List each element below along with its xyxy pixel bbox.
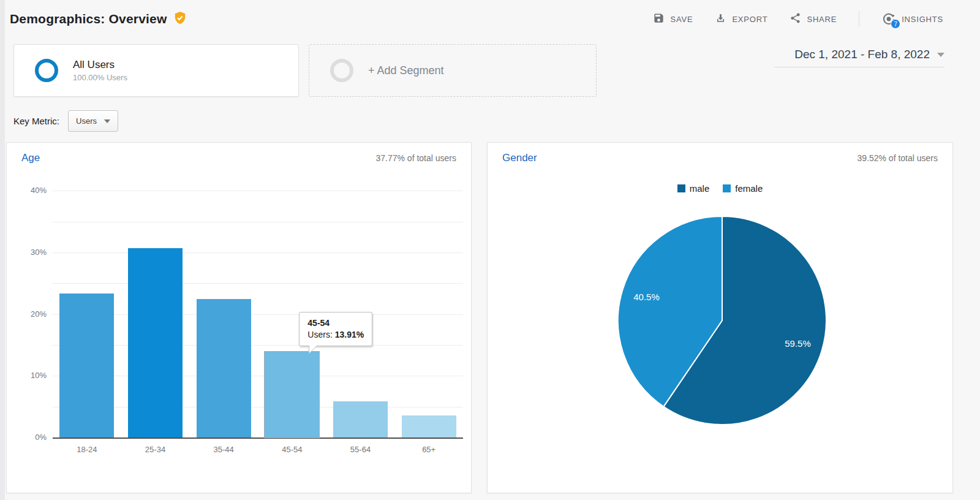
insights-icon: 7 — [881, 12, 896, 26]
insights-button[interactable]: 7 INSIGHTS — [881, 12, 943, 26]
chevron-down-icon — [937, 53, 944, 57]
legend-swatch — [723, 184, 731, 192]
tooltip-title: 45-54 — [307, 318, 364, 328]
gender-panel: Gender 39.52% of total users malefemale5… — [487, 142, 953, 493]
age-panel: Age 37.77% of total users 0%10%20%30%40%… — [6, 142, 472, 493]
legend-swatch — [677, 184, 685, 192]
x-axis-label: 55-64 — [326, 445, 395, 454]
age-bar-55-64[interactable] — [333, 401, 388, 438]
share-icon — [790, 12, 801, 26]
legend-label: male — [690, 183, 710, 194]
age-bar-45-54[interactable] — [265, 352, 319, 438]
legend-label: female — [735, 183, 763, 194]
legend-item-male[interactable]: male — [677, 183, 710, 194]
age-bar-35-44[interactable] — [197, 299, 251, 438]
key-metric-dropdown[interactable]: Users — [68, 110, 118, 132]
add-segment-ring-icon — [330, 59, 353, 82]
report-header: Demographics: Overview SAVE EXPORT SHARE — [5, 0, 980, 38]
age-bar-18-24[interactable] — [59, 294, 114, 438]
pie-legend: malefemale — [488, 183, 952, 194]
tooltip-value: Users: 13.91% — [307, 330, 364, 339]
segment-ring-icon — [35, 59, 58, 82]
y-axis-label: 30% — [11, 248, 47, 257]
y-axis-label: 0% — [11, 433, 47, 442]
key-metric-label: Key Metric: — [13, 116, 59, 126]
y-axis-label: 10% — [11, 371, 47, 380]
toolbar-divider — [859, 11, 859, 27]
add-segment-button[interactable]: + Add Segment — [309, 44, 597, 97]
age-bar-chart: 0%10%20%30%40%18-2425-3435-4445-5455-646… — [7, 143, 471, 493]
y-axis-label: 40% — [11, 186, 47, 195]
chevron-down-icon — [104, 119, 110, 123]
gridline — [53, 222, 463, 222]
x-axis-label: 45-54 — [258, 445, 326, 454]
pie-slice-label: 59.5% — [785, 338, 811, 349]
save-button[interactable]: SAVE — [653, 12, 693, 26]
verified-shield-icon — [173, 10, 187, 28]
y-axis-label: 20% — [11, 309, 47, 319]
date-range-picker[interactable]: Dec 1, 2021 - Feb 8, 2022 — [774, 48, 944, 67]
toolbar: SAVE EXPORT SHARE 7 INSIGHTS — [653, 11, 943, 27]
legend-item-female[interactable]: female — [723, 183, 763, 194]
gridline — [53, 191, 463, 191]
gridline — [53, 407, 463, 407]
x-axis-label: 25-34 — [121, 445, 190, 454]
x-axis-label: 18-24 — [53, 445, 121, 454]
share-button[interactable]: SHARE — [790, 12, 837, 26]
gridline — [53, 283, 463, 284]
gender-pie-chart: malefemale59.5%40.5% — [488, 143, 952, 493]
x-axis-label: 35-44 — [189, 445, 258, 454]
export-button[interactable]: EXPORT — [715, 12, 767, 26]
pie-svg: 59.5%40.5% — [609, 207, 835, 434]
add-segment-label: + Add Segment — [368, 64, 444, 77]
segment-all-users[interactable]: All Users 100.00% Users — [13, 44, 299, 97]
gridline — [53, 314, 463, 315]
pie-slice-label: 40.5% — [633, 292, 660, 302]
gridline — [53, 345, 463, 346]
gridline — [53, 252, 463, 253]
download-icon — [715, 12, 726, 26]
x-axis-label: 65+ — [394, 445, 463, 454]
save-icon — [653, 12, 665, 26]
page-title: Demographics: Overview — [10, 12, 167, 26]
segment-subtitle: 100.00% Users — [73, 73, 127, 82]
age-bar-25-34[interactable] — [128, 248, 183, 438]
page-left-gutter — [0, 0, 5, 500]
age-bar-65+[interactable] — [402, 415, 456, 438]
bar-tooltip: 45-54Users: 13.91% — [299, 312, 372, 346]
gridline — [53, 376, 463, 376]
x-axis-line — [53, 438, 463, 439]
date-range-text: Dec 1, 2021 - Feb 8, 2022 — [794, 48, 930, 61]
insights-badge: 7 — [891, 19, 900, 29]
segment-title: All Users — [73, 59, 127, 71]
